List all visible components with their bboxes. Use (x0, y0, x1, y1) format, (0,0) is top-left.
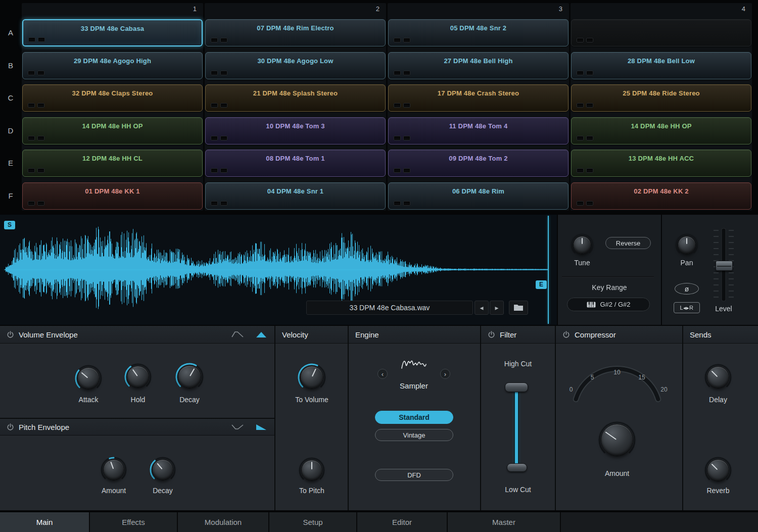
key-range-value[interactable]: G#2 / G#2 (567, 298, 650, 311)
pad-leds (577, 71, 593, 75)
ramp-envelope-icon[interactable] (255, 423, 268, 431)
pad-A4[interactable] (571, 19, 751, 46)
pitch-amount-knob[interactable] (101, 457, 127, 483)
low-cut-handle[interactable] (507, 463, 527, 472)
pad-E2[interactable]: 08 DPM 48e Tom 1 (205, 150, 386, 177)
tab-setup[interactable]: Setup (269, 512, 357, 532)
stereo-width-button[interactable]: L◂▸R (674, 302, 700, 313)
section-title: Compressor (575, 330, 616, 339)
pad-A3[interactable]: 05 DPM 48e Snr 2 (388, 19, 568, 46)
engine-next-button[interactable]: › (440, 369, 450, 379)
tab-effects[interactable]: Effects (90, 512, 178, 532)
pad-D4[interactable]: 14 DPM 48e HH OP (571, 117, 751, 144)
sample-end-line[interactable] (548, 216, 549, 324)
engine-prev-button[interactable]: ‹ (377, 369, 388, 379)
pad-leds (211, 201, 227, 206)
pad-A1[interactable]: 33 DPM 48e Cabasa (22, 19, 203, 46)
high-cut-label: High Cut (481, 359, 555, 368)
level-fader-handle[interactable] (716, 261, 733, 271)
tab-master[interactable]: Master (448, 512, 561, 532)
power-icon[interactable] (562, 331, 570, 338)
delay-send-knob[interactable] (704, 364, 732, 391)
pad-label: 12 DPM 48e HH CL (23, 155, 202, 162)
engine-mode-label: Sampler (389, 381, 439, 391)
pad-E1[interactable]: 12 DPM 48e HH CL (22, 150, 203, 177)
pad-label: 10 DPM 48e Tom 3 (206, 122, 385, 130)
filter-header: Filter (481, 326, 555, 344)
key-range-label: Key Range (558, 283, 661, 292)
tune-knob[interactable] (571, 233, 594, 257)
pad-B2[interactable]: 30 DPM 48e Agogo Low (205, 52, 386, 79)
dfd-button[interactable]: DFD (375, 469, 453, 481)
pad-E3[interactable]: 09 DPM 48e Tom 2 (388, 150, 568, 177)
pad-label: 32 DPM 48e Claps Stereo (23, 89, 202, 97)
velocity-to-pitch-knob[interactable] (299, 457, 325, 483)
ahd-envelope-icon[interactable] (231, 330, 244, 338)
phase-invert-button[interactable]: ø (675, 283, 699, 295)
to-pitch-label: To Pitch (287, 486, 337, 495)
pad-E4[interactable]: 13 DPM 48e HH ACC (571, 150, 751, 177)
pad-B1[interactable]: 29 DPM 48e Agogo High (22, 52, 203, 79)
compressor-amount-knob[interactable] (598, 421, 636, 459)
pad-leds (211, 71, 227, 75)
pitch-envelope-header: Pitch Envelope (0, 419, 274, 436)
pad-label: 08 DPM 48e Tom 1 (206, 155, 385, 162)
pad-B3[interactable]: 27 DPM 48e Bell High (388, 52, 568, 79)
power-icon[interactable] (488, 331, 495, 338)
pad-D2[interactable]: 10 DPM 48e Tom 3 (205, 117, 386, 144)
pad-C4[interactable]: 25 DPM 48e Ride Stereo (571, 84, 751, 112)
pad-F2[interactable]: 04 DPM 48e Snr 1 (205, 182, 386, 210)
next-sample-button[interactable]: ▸ (490, 301, 504, 315)
pad-label: 04 DPM 48e Snr 1 (206, 187, 385, 195)
pad-C3[interactable]: 17 DPM 48e Crash Stereo (388, 84, 568, 112)
compressor-header: Compressor (556, 326, 682, 344)
sample-start-marker[interactable]: S (4, 221, 15, 229)
reverb-send-knob[interactable] (704, 457, 732, 484)
tab-bar-filler (561, 512, 758, 532)
dip-envelope-icon[interactable] (231, 423, 244, 431)
pad-B4[interactable]: 28 DPM 48e Bell Low (571, 52, 751, 79)
pad-C1[interactable]: 32 DPM 48e Claps Stereo (22, 84, 203, 112)
browse-folder-button[interactable] (509, 301, 528, 315)
section-title: Volume Envelope (19, 330, 78, 339)
reverse-button[interactable]: Reverse (605, 237, 651, 249)
attack-knob[interactable] (75, 365, 102, 392)
prev-sample-button[interactable]: ◂ (475, 301, 489, 315)
pad-D1[interactable]: 14 DPM 48e HH OP (22, 117, 203, 144)
pad-leds (28, 71, 44, 75)
tab-main[interactable]: Main (0, 512, 90, 532)
pad-A2[interactable]: 07 DPM 48e Rim Electro (205, 19, 386, 46)
triangle-envelope-icon[interactable] (255, 330, 268, 338)
sample-end-marker[interactable]: E (536, 280, 547, 289)
pad-F3[interactable]: 06 DPM 48e Rim (388, 182, 568, 210)
pad-F4[interactable]: 02 DPM 48e KK 2 (571, 182, 751, 210)
filter-slider-track[interactable] (513, 383, 519, 471)
pad-label: 07 DPM 48e Rim Electro (206, 24, 385, 32)
pad-C2[interactable]: 21 DPM 48e Splash Stereo (205, 84, 386, 112)
row-letter: B (0, 61, 21, 71)
pan-knob[interactable] (675, 233, 698, 257)
pad-leds (211, 38, 227, 42)
comp-scale-0: 0 (565, 386, 577, 393)
pad-label: 27 DPM 48e Bell High (389, 57, 568, 65)
high-cut-handle[interactable] (505, 382, 528, 392)
section-title: Filter (500, 330, 516, 339)
pad-F1[interactable]: 01 DPM 48e KK 1 (22, 182, 203, 210)
hold-knob[interactable] (124, 363, 152, 391)
decay-label: Decay (164, 395, 215, 404)
pad-leds (211, 168, 227, 173)
tab-editor[interactable]: Editor (357, 512, 448, 532)
pad-D3[interactable]: 11 DPM 48e Tom 4 (388, 117, 568, 144)
pitch-decay-knob[interactable] (150, 457, 176, 483)
pad-label: 21 DPM 48e Splash Stereo (206, 89, 385, 97)
tab-modulation[interactable]: Modulation (178, 512, 269, 532)
decay-knob[interactable] (175, 363, 204, 391)
sample-name-field[interactable]: 33 DPM 48e Cabasa.wav (306, 301, 473, 315)
velocity-to-volume-knob[interactable] (298, 363, 326, 392)
pad-leds (394, 103, 410, 108)
filter-slider-fill (515, 388, 518, 466)
standard-button[interactable]: Standard (375, 411, 453, 424)
vintage-button[interactable]: Vintage (375, 429, 453, 441)
power-icon[interactable] (7, 331, 14, 338)
power-icon[interactable] (7, 423, 14, 431)
